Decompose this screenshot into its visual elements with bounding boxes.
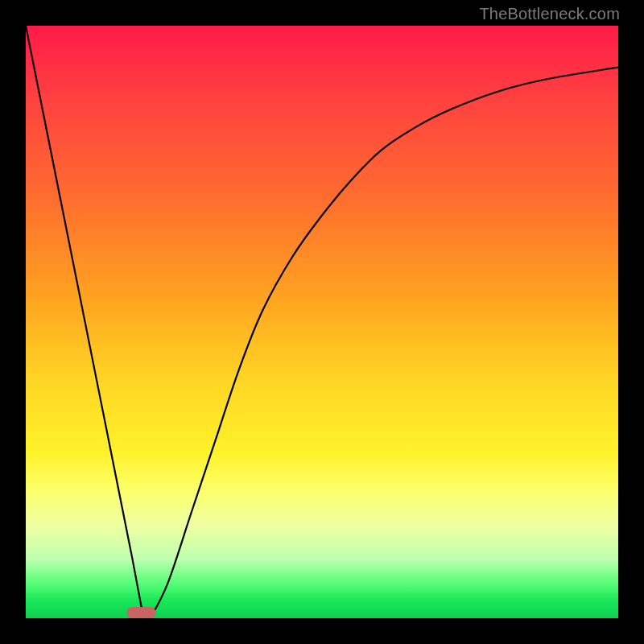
chart-frame: TheBottleneck.com [0,0,644,644]
watermark-text: TheBottleneck.com [479,5,620,23]
plot-area [26,26,618,618]
optimal-marker [126,607,156,618]
bottleneck-curve [26,26,618,618]
